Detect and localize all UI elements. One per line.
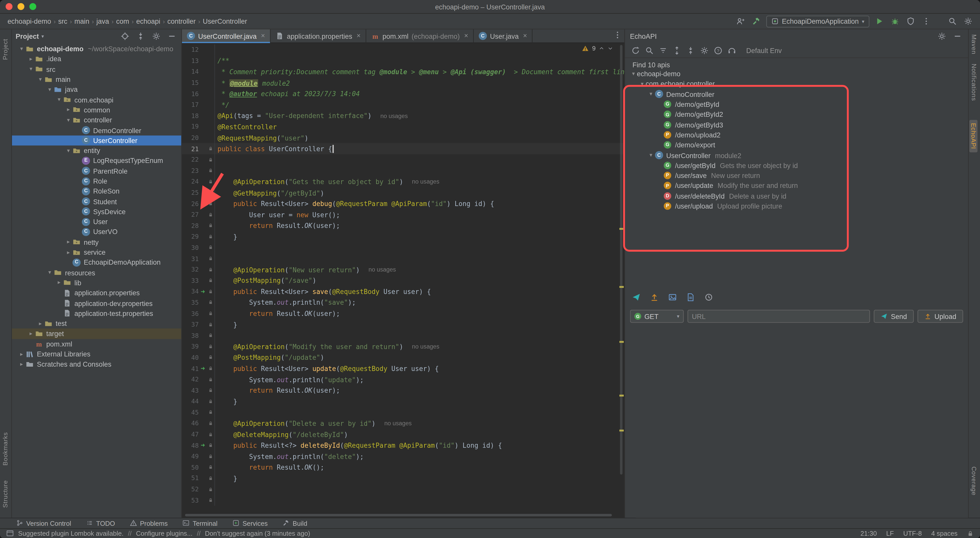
project-tree-item[interactable]: ▾src (12, 64, 181, 74)
api-tree-item[interactable]: ▾CUserControllermodule2 (625, 150, 968, 160)
api-tree-item[interactable]: P/user/updateModify the user and return (625, 181, 968, 191)
code-line[interactable]: 15 * @module module2 (182, 77, 625, 88)
code-line[interactable]: 39 @ApiOperation("Modify the user and re… (182, 341, 625, 352)
code-line[interactable]: 12 (182, 44, 625, 56)
code-line[interactable]: 53 (182, 495, 625, 506)
project-tree-item[interactable]: ▾main (12, 74, 181, 84)
send-button[interactable]: Send (874, 310, 914, 323)
chevron-down-icon[interactable]: ▾ (27, 66, 35, 72)
project-tree-item[interactable]: ▾echoapi-demo~/workSpace/echoapi-demo (12, 44, 181, 54)
minimize-button[interactable] (18, 3, 24, 10)
line-number[interactable]: 53 (183, 497, 200, 504)
chevron-down-icon[interactable]: ▾ (37, 76, 44, 82)
line-number[interactable]: 37 (183, 321, 200, 328)
zoom-button[interactable] (29, 3, 36, 10)
code-line[interactable]: 36 return Result.OK(user); (182, 308, 625, 319)
project-tree-item[interactable]: CStudent (12, 196, 181, 206)
code-line[interactable]: 34 public Result<User> save(@RequestBody… (182, 286, 625, 297)
warning-stripe-mark[interactable] (619, 341, 624, 343)
code-line[interactable]: 21public class UserController { (182, 143, 625, 154)
code-line[interactable]: 23 (182, 165, 625, 176)
tab-options-icon[interactable] (612, 29, 623, 41)
project-tree-item[interactable]: ▸.idea (12, 54, 181, 64)
line-number[interactable]: 43 (183, 387, 200, 394)
project-tree-item[interactable]: ▸Scratches and Consoles (12, 359, 181, 370)
project-tree-item[interactable]: CEchoapiDemoApplication (12, 257, 181, 268)
line-number[interactable]: 40 (183, 354, 200, 361)
inspection-widget[interactable]: 9 (579, 44, 616, 52)
chevron-down-icon[interactable]: ▾ (630, 71, 637, 76)
code-line[interactable]: 27 User user = new User(); (182, 209, 625, 220)
chevron-right-icon[interactable]: ▸ (65, 240, 72, 245)
headset-icon[interactable] (726, 44, 738, 56)
line-number[interactable]: 14 (183, 68, 200, 75)
project-tree-item[interactable]: CParentRole (12, 166, 181, 176)
environment-select[interactable]: Default Env (746, 46, 782, 54)
coverage-icon[interactable] (905, 16, 916, 27)
code-line[interactable]: 46 @ApiOperation("Delete a user by id")n… (182, 418, 625, 429)
line-number[interactable]: 15 (183, 79, 200, 86)
project-tree-item[interactable]: ELogRequestTypeEnum (12, 156, 181, 166)
chevron-down-icon[interactable]: ▾ (639, 81, 646, 87)
code-line[interactable]: 24 @ApiOperation("Gets the user object b… (182, 176, 625, 187)
line-number[interactable]: 50 (183, 464, 200, 471)
chevron-right-icon[interactable]: ▸ (27, 331, 35, 336)
project-tree-item[interactable]: mpom.xml (12, 339, 181, 349)
editor-vertical-scrollbar[interactable] (620, 45, 622, 475)
chevron-right-icon[interactable]: ▸ (56, 280, 62, 286)
run-request-icon[interactable] (199, 200, 207, 206)
chevron-right-icon[interactable]: ▸ (37, 321, 44, 326)
tool-window-button-terminal[interactable]: Terminal (183, 519, 218, 527)
project-tree-item[interactable]: ▾controller (12, 115, 181, 125)
line-separator[interactable]: LF (886, 530, 894, 537)
chevron-down-icon[interactable]: ▾ (46, 87, 53, 92)
doc-icon[interactable] (686, 292, 696, 302)
chevron-down-icon[interactable]: ▾ (65, 148, 72, 153)
project-tree-item[interactable]: ▸common (12, 105, 181, 115)
line-number[interactable]: 32 (183, 266, 200, 273)
editor-tab[interactable]: mpom.xml (echoapi-demo)× (366, 29, 474, 42)
more-vertical-icon[interactable] (921, 16, 932, 27)
help-icon[interactable]: ? (713, 44, 724, 56)
code-line[interactable]: 17 */ (182, 99, 625, 110)
api-tree-item[interactable]: D/user/deleteByIdDelete a user by id (625, 191, 968, 201)
line-number[interactable]: 33 (183, 277, 200, 284)
history-icon[interactable] (704, 292, 714, 302)
code-line[interactable]: 25 @GetMapping("/getById") (182, 187, 625, 198)
project-tree-item[interactable]: CRole (12, 176, 181, 186)
api-tree-item[interactable]: ▾echoapi-demo (625, 68, 968, 79)
file-encoding[interactable]: UTF-8 (903, 530, 922, 537)
project-tree-item[interactable]: CDemoController (12, 125, 181, 135)
tool-window-button-services[interactable]: Services (232, 519, 268, 527)
chevron-down-icon[interactable]: ▾ (648, 152, 654, 158)
tool-window-button-notifications[interactable]: Notifications (970, 64, 977, 101)
code-line[interactable]: 31 (182, 253, 625, 264)
project-tree-item[interactable]: ▸test (12, 319, 181, 329)
chevron-down-icon[interactable]: ▾ (648, 91, 654, 97)
line-number[interactable]: 45 (183, 409, 200, 416)
image-icon[interactable] (668, 292, 678, 302)
settings-icon[interactable] (699, 44, 710, 56)
warning-stripe-mark[interactable] (619, 395, 624, 397)
sort-icon[interactable] (657, 44, 669, 56)
settings-icon[interactable] (936, 30, 948, 42)
prev-warning-icon[interactable] (599, 46, 605, 51)
api-tree-item[interactable]: ▾CDemoController (625, 89, 968, 99)
project-tree-item[interactable]: CUser (12, 217, 181, 227)
tool-window-button-build[interactable]: Build (283, 519, 307, 527)
line-number[interactable]: 16 (183, 90, 200, 97)
code-line[interactable]: 19@RestController (182, 121, 625, 132)
warning-stripe-mark[interactable] (619, 286, 624, 288)
line-number[interactable]: 51 (183, 475, 200, 482)
code-line[interactable]: 32 @ApiOperation("New user return")no us… (182, 264, 625, 275)
hide-icon[interactable] (952, 30, 963, 42)
breadcrumb-item[interactable]: src (57, 17, 68, 25)
dismiss-suggestion-link[interactable]: Don't suggest again (3 minutes ago) (205, 530, 310, 537)
tool-window-button-project[interactable]: Project (2, 39, 9, 60)
code-editor[interactable]: 1213/**14 * Comment priority:Document co… (182, 43, 625, 517)
code-line[interactable]: 52 (182, 484, 625, 495)
line-number[interactable]: 21 (183, 145, 200, 152)
project-tree-item[interactable]: ▾com.echoapi (12, 95, 181, 105)
line-number[interactable]: 18 (183, 112, 200, 119)
build-hammer-icon[interactable] (751, 16, 762, 27)
